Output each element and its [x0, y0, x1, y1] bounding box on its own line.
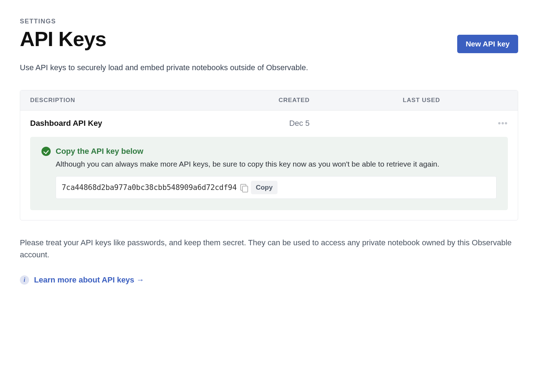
footer-warning: Please treat your API keys like password… — [20, 237, 518, 261]
learn-more-link[interactable]: Learn more about API keys → — [34, 275, 144, 285]
column-created: CREATED — [279, 97, 403, 104]
copy-button[interactable]: Copy — [251, 181, 278, 194]
check-circle-icon — [41, 147, 51, 156]
new-api-key-button[interactable]: New API key — [457, 35, 518, 53]
column-last-used: LAST USED — [403, 97, 489, 104]
callout-body: Although you can always make more API ke… — [56, 159, 497, 169]
row-created: Dec 5 — [279, 119, 403, 128]
intro-text: Use API keys to securely load and embed … — [20, 63, 518, 72]
copy-icon — [240, 184, 247, 191]
key-display-box: 7ca44868d2ba977a0bc38cbb548909a6d72cdf94… — [56, 176, 497, 199]
column-description: DESCRIPTION — [30, 97, 279, 104]
callout-title: Copy the API key below — [56, 147, 143, 156]
breadcrumb: SETTINGS — [20, 18, 457, 25]
info-icon: i — [20, 275, 29, 285]
api-keys-table: DESCRIPTION CREATED LAST USED Dashboard … — [20, 90, 518, 220]
table-header: DESCRIPTION CREATED LAST USED — [20, 90, 518, 111]
row-description: Dashboard API Key — [30, 119, 279, 128]
table-row: Dashboard API Key Dec 5 ••• — [20, 111, 518, 131]
api-key-value: 7ca44868d2ba977a0bc38cbb548909a6d72cdf94 — [62, 183, 237, 192]
page-title: API Keys — [20, 27, 457, 51]
copy-key-callout: Copy the API key below Although you can … — [30, 137, 508, 210]
row-actions-menu[interactable]: ••• — [489, 118, 508, 128]
